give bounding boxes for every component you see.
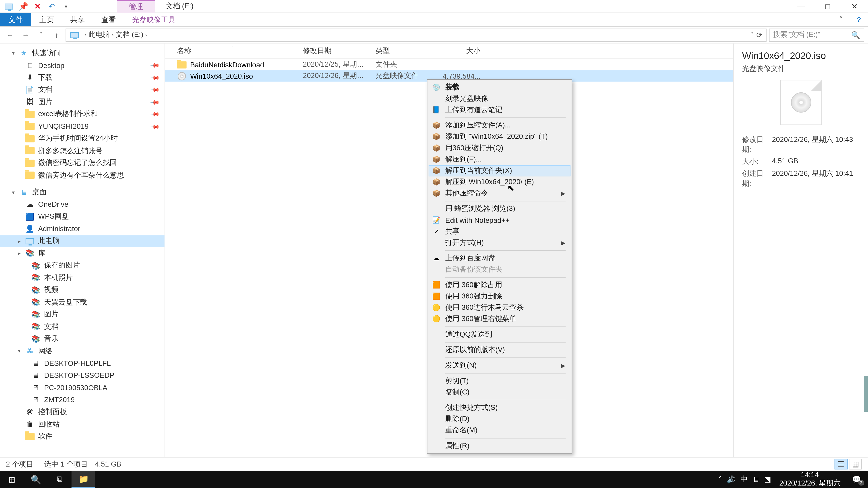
- tree-library-item[interactable]: 📚 图片: [0, 308, 164, 321]
- tree-quick-item[interactable]: 拼多多怎么注销账号: [0, 145, 164, 157]
- menu-item[interactable]: 属性(R): [429, 440, 570, 452]
- taskbar-clock[interactable]: 14:14 2020/12/26, 星期六: [776, 471, 844, 487]
- tree-quick-item[interactable]: YUNQISHI2019 📌: [0, 121, 164, 133]
- tree-network-item[interactable]: 🖥 DESKTOP-HL0PLFL: [0, 357, 164, 369]
- tab-view[interactable]: 查看: [93, 13, 124, 26]
- twisty-icon[interactable]: ▸: [18, 238, 24, 244]
- menu-item[interactable]: 发送到(N) ▶: [429, 360, 570, 371]
- tree-library-item[interactable]: 📚 本机照片: [0, 271, 164, 284]
- tree-library-item[interactable]: 📚 天翼云盘下载: [0, 296, 164, 308]
- menu-item[interactable]: 📦 解压到当前文件夹(X): [429, 165, 570, 176]
- nav-back-button[interactable]: ←: [4, 28, 17, 41]
- view-thumbnails-button[interactable]: ▦: [849, 459, 862, 469]
- search-icon[interactable]: 🔍: [851, 31, 860, 39]
- tree-control-panel[interactable]: 🛠 控制面板: [0, 406, 164, 418]
- tree-quick-item[interactable]: ⬇ 下载 📌: [0, 71, 164, 84]
- tree-desktop-item[interactable]: ▸ 📚 库: [0, 247, 164, 259]
- tree-desktop-item[interactable]: 👤 Administrator: [0, 223, 164, 235]
- tray-volume-icon[interactable]: 🔊: [727, 475, 736, 484]
- tab-disc-image-tools[interactable]: 光盘映像工具: [124, 13, 184, 26]
- taskbar-search-button[interactable]: 🔍: [24, 470, 48, 488]
- tray-ime-icon[interactable]: 中: [741, 474, 748, 484]
- tray-overflow-icon[interactable]: ˄: [718, 475, 722, 484]
- menu-item[interactable]: 📦 解压到(F)...: [429, 154, 570, 165]
- tree-library-item[interactable]: 📚 文档: [0, 321, 164, 333]
- col-type[interactable]: 类型: [371, 46, 437, 56]
- menu-item[interactable]: 重命名(M): [429, 425, 570, 436]
- col-name[interactable]: ˄名称: [165, 46, 298, 56]
- menu-item[interactable]: 🟧 使用 360解除占用: [429, 280, 570, 291]
- minimize-button[interactable]: —: [787, 0, 814, 13]
- menu-item[interactable]: 复制(C): [429, 387, 570, 398]
- menu-item[interactable]: 💿 装载: [429, 82, 570, 93]
- tree-library-item[interactable]: 📚 保存的图片: [0, 259, 164, 271]
- tray-security-icon[interactable]: ⬔: [764, 475, 771, 484]
- search-input[interactable]: 搜索"文档 (E:)" 🔍: [769, 28, 864, 41]
- menu-item[interactable]: 删除(D): [429, 414, 570, 425]
- tree-desktop[interactable]: ▾ 🖥 桌面: [0, 186, 164, 198]
- menu-item[interactable]: 用 蜂蜜浏览器 浏览(3): [429, 203, 570, 215]
- menu-item[interactable]: ↗ 共享: [429, 226, 570, 237]
- right-edge-handle[interactable]: [864, 376, 868, 412]
- qat-app-icon[interactable]: [2, 0, 16, 12]
- menu-item[interactable]: 📝 Edit with Notepad++: [429, 215, 570, 226]
- ribbon-expand-icon[interactable]: ˅: [832, 13, 850, 26]
- menu-item[interactable]: 🟡 使用 360管理右键菜单: [429, 313, 570, 325]
- start-button[interactable]: ⊞: [0, 470, 24, 488]
- tree-quick-item[interactable]: 华为手机时间设置24小时: [0, 133, 164, 145]
- tree-software[interactable]: 软件: [0, 430, 164, 443]
- menu-item[interactable]: 📦 添加到 "Win10x64_2020.zip" (T): [429, 131, 570, 142]
- nav-up-button[interactable]: ↑: [50, 28, 63, 41]
- menu-item[interactable]: 📦 其他压缩命令 ▶: [429, 188, 570, 199]
- breadcrumb-this-pc[interactable]: 此电脑: [88, 30, 110, 40]
- menu-item[interactable]: 还原以前的版本(V): [429, 344, 570, 356]
- tree-network-item[interactable]: 🖥 PC-20190530OBLA: [0, 382, 164, 394]
- tree-network-item[interactable]: 🖥 DESKTOP-LSSOEDP: [0, 369, 164, 382]
- tree-quick-item[interactable]: 微信旁边有个耳朵什么意思: [0, 169, 164, 182]
- menu-item[interactable]: 剪切(T): [429, 375, 570, 387]
- nav-forward-button[interactable]: →: [19, 28, 32, 41]
- help-icon[interactable]: ?: [850, 13, 868, 26]
- qat-dropdown-icon[interactable]: ▾: [60, 0, 73, 12]
- menu-item[interactable]: 🟧 使用 360强力删除: [429, 291, 570, 302]
- menu-item[interactable]: 刻录光盘映像: [429, 93, 570, 104]
- action-center-button[interactable]: 💬 3: [849, 473, 864, 486]
- tree-quick-item[interactable]: excel表格制作求和 📌: [0, 108, 164, 121]
- tree-quick-item[interactable]: 微信密码忘记了怎么找回: [0, 157, 164, 169]
- tree-desktop-item[interactable]: 🟦 WPS网盘: [0, 210, 164, 223]
- tree-recycle-bin[interactable]: 🗑 回收站: [0, 418, 164, 430]
- task-view-button[interactable]: ⧉: [48, 470, 71, 488]
- tree-network[interactable]: ▾ 🖧 网络: [0, 345, 164, 357]
- menu-item[interactable]: 📦 解压到 Win10x64_2020\ (E): [429, 176, 570, 188]
- col-size[interactable]: 大小: [438, 46, 491, 56]
- col-date[interactable]: 修改日期: [298, 46, 371, 56]
- tree-quick-access[interactable]: ▾ ★ 快速访问: [0, 47, 164, 59]
- tab-home[interactable]: 主页: [31, 13, 62, 26]
- menu-item[interactable]: 创建快捷方式(S): [429, 402, 570, 414]
- menu-item[interactable]: 打开方式(H) ▶: [429, 237, 570, 249]
- taskbar-explorer-button[interactable]: 📁: [71, 470, 95, 488]
- menu-item[interactable]: 📦 用360压缩打开(Q): [429, 142, 570, 154]
- tree-library-item[interactable]: 📚 视频: [0, 284, 164, 296]
- tray-network-icon[interactable]: 🖥: [752, 475, 760, 484]
- tree-quick-item[interactable]: 📄 文档 📌: [0, 84, 164, 96]
- qat-pin-icon[interactable]: 📌: [17, 0, 30, 12]
- nav-history-button[interactable]: ˅: [35, 28, 48, 41]
- breadcrumb-box[interactable]: › 此电脑 › 文档 (E:) › ˅ ⟳: [66, 28, 767, 41]
- twisty-icon[interactable]: ▾: [12, 50, 18, 56]
- view-details-button[interactable]: ☰: [835, 459, 848, 469]
- tree-network-item[interactable]: 🖥 ZMT2019: [0, 394, 164, 406]
- twisty-icon[interactable]: ▸: [18, 250, 24, 256]
- tree-quick-item[interactable]: 🖼 图片 📌: [0, 96, 164, 108]
- tree-library-item[interactable]: 📚 音乐: [0, 333, 164, 345]
- menu-item[interactable]: 🟡 使用 360进行木马云查杀: [429, 302, 570, 313]
- address-dropdown-icon[interactable]: ˅: [750, 31, 754, 39]
- maximize-button[interactable]: □: [814, 0, 841, 13]
- tab-share[interactable]: 共享: [62, 13, 93, 26]
- close-button[interactable]: ✕: [841, 0, 868, 13]
- tree-quick-item[interactable]: 🖥 Desktop 📌: [0, 59, 164, 71]
- tree-desktop-item[interactable]: ☁ OneDrive: [0, 198, 164, 210]
- tab-file[interactable]: 文件: [0, 13, 31, 26]
- menu-item[interactable]: 通过QQ发送到: [429, 329, 570, 340]
- menu-item[interactable]: 📘 上传到有道云笔记: [429, 104, 570, 116]
